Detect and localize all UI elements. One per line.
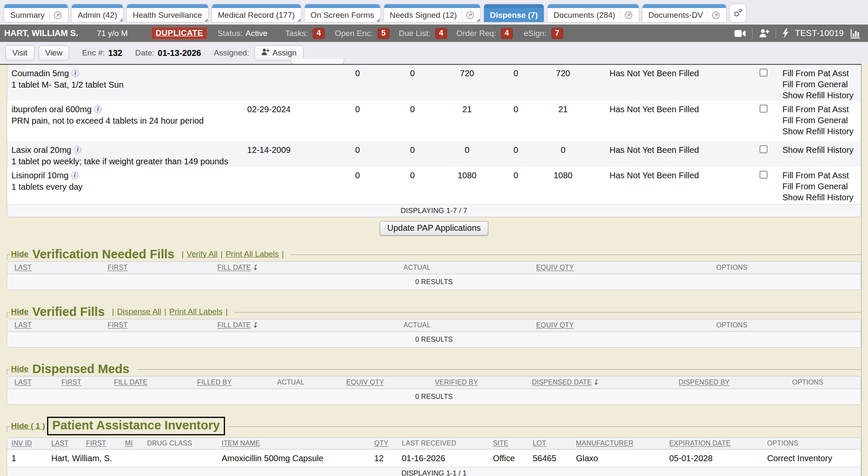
col-inv-id[interactable]: INV ID	[7, 440, 47, 447]
qty-value: 0	[384, 65, 441, 79]
col-fill-date[interactable]: FILL DATE	[217, 264, 251, 271]
tab-dispense[interactable]: Dispense (7)	[484, 4, 544, 22]
tab-admin[interactable]: Admin (42)	[72, 4, 123, 22]
tab-medical-record[interactable]: Medical Record (177)	[212, 4, 301, 22]
fill-from-pat-asst-link[interactable]: Fill From Pat Asst	[782, 68, 861, 79]
video-call-icon[interactable]	[734, 30, 746, 37]
col-last[interactable]: LAST	[7, 264, 100, 271]
vertical-scrollbar[interactable]	[861, 64, 868, 476]
qty-value: 0	[384, 167, 441, 181]
inventory-qty: 12	[370, 454, 398, 463]
info-icon[interactable]	[71, 172, 79, 179]
add-person-icon	[261, 48, 270, 58]
col-first[interactable]: FIRST	[100, 264, 210, 271]
view-button[interactable]: View	[39, 45, 70, 61]
col-filled-by[interactable]: FILLED BY	[190, 379, 270, 386]
medication-table: Coumadin 5mg 1 tablet M- Sat, 1/2 tablet…	[7, 65, 861, 217]
info-icon[interactable]	[74, 146, 81, 154]
row-checkbox[interactable]	[760, 145, 768, 153]
dispense-all-link[interactable]: Dispense All	[117, 307, 161, 316]
qty-value: 0	[331, 141, 384, 156]
tab-settings-gear-icon[interactable]	[730, 4, 746, 22]
popout-icon[interactable]	[620, 10, 633, 21]
fill-from-pat-asst-link[interactable]: Fill From Pat Asst	[782, 170, 861, 181]
col-dispensed-by[interactable]: DISPENSED BY	[671, 379, 785, 386]
print-all-labels-link[interactable]: Print All Labels	[169, 307, 223, 316]
col-expiration-date[interactable]: EXPIRATION DATE	[665, 440, 763, 447]
qty-value: 720	[538, 65, 588, 79]
fieldset-corner	[7, 255, 10, 260]
info-icon[interactable]	[72, 69, 79, 77]
chart-stats-icon[interactable]	[850, 28, 861, 39]
col-first[interactable]: FIRST	[82, 440, 121, 447]
tab-needs-signed[interactable]: Needs Signed (12)	[384, 4, 480, 22]
col-dispensed-date[interactable]: DISPENSED DATE	[532, 379, 592, 386]
col-last[interactable]: LAST	[47, 440, 82, 447]
popout-icon[interactable]	[707, 10, 720, 21]
show-refill-history-link[interactable]: Show Refill History	[782, 144, 861, 155]
col-item-name[interactable]: ITEM NAME	[217, 440, 370, 447]
col-verified-by[interactable]: VERIFIED BY	[428, 379, 525, 386]
add-person-icon[interactable]	[759, 29, 769, 38]
tab-health-surveillance[interactable]: Health Surveillance	[127, 4, 208, 22]
separator: |	[220, 249, 223, 259]
popout-icon[interactable]	[49, 10, 62, 21]
col-actual: ACTUAL	[270, 379, 339, 386]
col-lot[interactable]: LOT	[529, 440, 572, 447]
col-last[interactable]: LAST	[7, 379, 54, 386]
hide-dispensed-meds-link[interactable]: Hide	[11, 364, 28, 374]
show-refill-history-link[interactable]: Show Refill History	[782, 126, 861, 137]
medication-row: Lasix oral 20mg 1 tablet po weekly; take…	[7, 141, 861, 167]
order-req-label: Order Req:	[456, 29, 496, 38]
col-first[interactable]: FIRST	[54, 379, 107, 386]
tab-label: Health Surveillance	[133, 11, 202, 20]
visit-button[interactable]: Visit	[6, 45, 34, 61]
tab-accent	[384, 4, 480, 8]
row-checkbox[interactable]	[760, 69, 768, 77]
qty-value: 0	[384, 141, 441, 156]
col-qty[interactable]: QTY	[370, 440, 398, 447]
col-fill-date[interactable]: FILL DATE	[107, 379, 190, 386]
duplicate-flag-badge[interactable]: DUPLICATE	[151, 27, 207, 39]
correct-inventory-link[interactable]: Correct Inventory	[763, 454, 861, 463]
update-pap-applications-button[interactable]: Update PAP Applications	[380, 221, 489, 235]
col-last[interactable]: LAST	[7, 321, 100, 329]
verify-all-link[interactable]: Verify All	[186, 249, 217, 259]
hide-inventory-link[interactable]: Hide ( 1 )	[11, 421, 45, 431]
divider	[776, 28, 776, 39]
row-checkbox[interactable]	[760, 171, 768, 179]
tasks-count-badge[interactable]: 4	[313, 28, 325, 39]
fill-from-pat-asst-link[interactable]: Fill From Pat Asst	[782, 104, 861, 115]
show-refill-history-link[interactable]: Show Refill History	[782, 192, 861, 203]
col-site[interactable]: SITE	[489, 440, 529, 447]
tab-on-screen-forms[interactable]: On Screen Forms	[305, 4, 380, 22]
col-first[interactable]: FIRST	[100, 321, 210, 329]
assign-button[interactable]: Assign	[254, 45, 303, 61]
col-manufacturer[interactable]: MANUFACTURER	[572, 440, 665, 447]
hide-verified-fills-link[interactable]: Hide	[11, 307, 28, 316]
fill-status: Has Not Yet Been Filled	[588, 101, 745, 115]
esign-count-badge[interactable]: 7	[551, 28, 563, 39]
popout-icon[interactable]	[462, 10, 474, 21]
fill-from-general-link[interactable]: Fill From General	[782, 181, 861, 192]
tab-documents[interactable]: Documents (284)	[548, 4, 639, 22]
tab-summary[interactable]: Summary	[4, 4, 68, 22]
fill-from-general-link[interactable]: Fill From General	[782, 115, 861, 126]
order-req-count-badge[interactable]: 4	[501, 28, 513, 39]
open-enc-count-badge[interactable]: 5	[378, 28, 389, 39]
col-mi[interactable]: MI	[121, 440, 143, 447]
col-equiv-qty[interactable]: EQUIV QTY	[339, 379, 428, 386]
print-all-labels-link[interactable]: Print All Labels	[225, 249, 279, 259]
tab-documents-dv[interactable]: Documents-DV	[643, 4, 726, 22]
hide-verification-needed-link[interactable]: Hide	[11, 249, 28, 259]
col-fill-date[interactable]: FILL DATE	[217, 321, 251, 329]
row-checkbox[interactable]	[760, 105, 768, 113]
fill-from-general-link[interactable]: Fill From General	[782, 79, 861, 90]
lightning-icon[interactable]	[782, 28, 789, 38]
col-equiv-qty[interactable]: EQUIV QTY	[529, 264, 709, 271]
qty-value: 0	[384, 101, 441, 115]
col-equiv-qty[interactable]: EQUIV QTY	[529, 321, 709, 329]
show-refill-history-link[interactable]: Show Refill History	[782, 90, 861, 101]
due-list-count-badge[interactable]: 4	[435, 28, 447, 39]
info-icon[interactable]	[94, 105, 102, 113]
